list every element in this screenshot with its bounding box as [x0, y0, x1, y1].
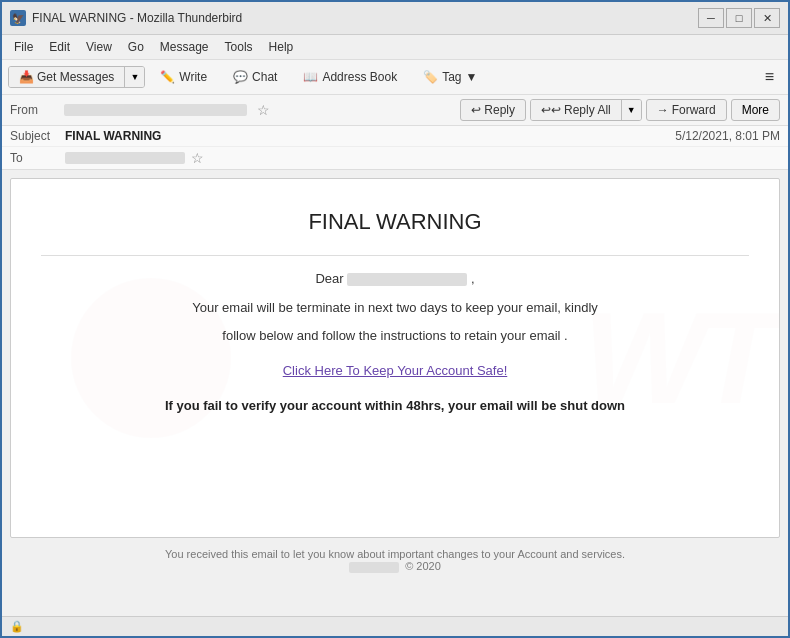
more-button[interactable]: More: [731, 99, 780, 121]
reply-all-dropdown[interactable]: ▼: [621, 100, 641, 120]
status-bar: 🔒: [2, 616, 788, 636]
get-messages-dropdown[interactable]: ▼: [124, 67, 144, 87]
email-dear: Dear ,: [41, 271, 749, 286]
email-paragraph1: Your email will be terminate in next two…: [41, 296, 749, 319]
to-row: To ☆: [2, 147, 788, 169]
menu-go[interactable]: Go: [120, 37, 152, 57]
email-warning: If you fail to verify your account withi…: [41, 398, 749, 413]
menu-message[interactable]: Message: [152, 37, 217, 57]
footer-text: You received this email to let you know …: [10, 548, 780, 560]
footer-logo-redacted: [349, 562, 399, 573]
keep-account-safe-link[interactable]: Click Here To Keep Your Account Safe!: [41, 363, 749, 378]
toolbar: 📥 Get Messages ▼ ✏️ Write 💬 Chat 📖 Addre…: [2, 60, 788, 95]
maximize-button[interactable]: □: [726, 8, 752, 28]
subject-row: Subject FINAL WARNING 5/12/2021, 8:01 PM: [2, 126, 788, 147]
email-divider: [41, 255, 749, 256]
email-footer: You received this email to let you know …: [10, 538, 780, 577]
from-label: From: [10, 103, 60, 117]
status-icon: 🔒: [10, 620, 24, 633]
action-bar: From ☆ ↩ Reply ↩↩ Reply All ▼ → Forward …: [2, 95, 788, 126]
menu-tools[interactable]: Tools: [217, 37, 261, 57]
main-window: 🦅 FINAL WARNING - Mozilla Thunderbird ─ …: [0, 0, 790, 638]
email-body-container: WT FINAL WARNING Dear , Your email will …: [2, 170, 788, 616]
email-paragraph2: follow below and follow the instructions…: [41, 324, 749, 347]
inbox-icon: 📥: [19, 70, 34, 84]
window-controls: ─ □ ✕: [698, 8, 780, 28]
chat-icon: 💬: [233, 70, 248, 84]
forward-icon: →: [657, 103, 669, 117]
tag-icon: 🏷️: [423, 70, 438, 84]
get-messages-split: 📥 Get Messages ▼: [8, 66, 145, 88]
address-book-icon: 📖: [303, 70, 318, 84]
window-title: FINAL WARNING - Mozilla Thunderbird: [32, 11, 698, 25]
tag-dropdown-icon: ▼: [466, 70, 478, 84]
footer-year: © 2020: [405, 560, 441, 572]
to-value-redacted: [65, 152, 185, 164]
email-title: FINAL WARNING: [41, 209, 749, 235]
recipient-name-redacted: [347, 273, 467, 286]
menu-help[interactable]: Help: [261, 37, 302, 57]
forward-button[interactable]: → Forward: [646, 99, 727, 121]
get-messages-button[interactable]: 📥 Get Messages: [9, 67, 124, 87]
reply-icon: ↩: [471, 103, 481, 117]
menu-view[interactable]: View: [78, 37, 120, 57]
email-date: 5/12/2021, 8:01 PM: [675, 129, 780, 143]
menu-bar: File Edit View Go Message Tools Help: [2, 35, 788, 60]
address-book-button[interactable]: 📖 Address Book: [292, 65, 408, 89]
from-value-redacted: [64, 104, 247, 116]
to-label: To: [10, 151, 65, 165]
hamburger-menu[interactable]: ≡: [757, 64, 782, 90]
menu-file[interactable]: File: [6, 37, 41, 57]
reply-all-icon: ↩↩: [541, 103, 561, 117]
subject-value: FINAL WARNING: [65, 129, 675, 143]
email-header: Subject FINAL WARNING 5/12/2021, 8:01 PM…: [2, 126, 788, 170]
app-icon: 🦅: [10, 10, 26, 26]
to-star-icon[interactable]: ☆: [191, 150, 204, 166]
chat-button[interactable]: 💬 Chat: [222, 65, 288, 89]
reply-all-button[interactable]: ↩↩ Reply All: [531, 100, 621, 120]
minimize-button[interactable]: ─: [698, 8, 724, 28]
reply-button[interactable]: ↩ Reply: [460, 99, 526, 121]
menu-edit[interactable]: Edit: [41, 37, 78, 57]
reply-all-split: ↩↩ Reply All ▼: [530, 99, 642, 121]
email-body-content: FINAL WARNING Dear , Your email will be …: [41, 209, 749, 413]
footer-year-row: © 2020: [10, 560, 780, 573]
write-button[interactable]: ✏️ Write: [149, 65, 218, 89]
write-icon: ✏️: [160, 70, 175, 84]
close-button[interactable]: ✕: [754, 8, 780, 28]
email-content: WT FINAL WARNING Dear , Your email will …: [10, 178, 780, 538]
title-bar: 🦅 FINAL WARNING - Mozilla Thunderbird ─ …: [2, 2, 788, 35]
subject-label: Subject: [10, 129, 65, 143]
tag-button[interactable]: 🏷️ Tag ▼: [412, 65, 488, 89]
star-icon[interactable]: ☆: [257, 102, 270, 118]
